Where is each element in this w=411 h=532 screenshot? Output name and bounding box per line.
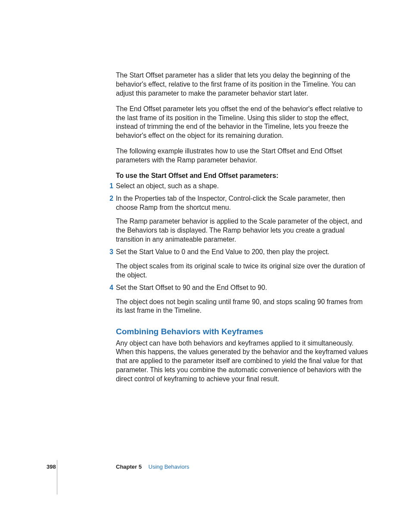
- step-item: 4 Set the Start Offset to 90 and the End…: [116, 283, 368, 316]
- chapter-reference: Chapter 5 Using Behaviors: [116, 464, 189, 470]
- step-paragraph: Set the Start Value to 0 and the End Val…: [116, 248, 368, 257]
- step-number: 4: [105, 283, 113, 292]
- paragraph: The following example illustrates how to…: [116, 147, 368, 165]
- step-number: 3: [105, 248, 113, 257]
- footer-divider: [57, 460, 57, 495]
- paragraph: The End Offset parameter lets you offset…: [116, 105, 368, 141]
- step-number: 2: [105, 194, 113, 203]
- step-paragraph: In the Properties tab of the Inspector, …: [116, 194, 368, 212]
- numbered-steps-list: 1 Select an object, such as a shape. 2 I…: [116, 182, 368, 316]
- step-item: 3 Set the Start Value to 0 and the End V…: [116, 248, 368, 280]
- step-item: 2 In the Properties tab of the Inspector…: [116, 194, 368, 244]
- chapter-label: Chapter 5: [116, 464, 142, 470]
- chapter-title: Using Behaviors: [149, 464, 190, 470]
- step-paragraph: Select an object, such as a shape.: [116, 182, 368, 191]
- body-text-column: The Start Offset parameter has a slider …: [116, 71, 368, 384]
- step-item: 1 Select an object, such as a shape.: [116, 182, 368, 191]
- step-paragraph: The object scales from its original scal…: [116, 262, 368, 280]
- step-body: In the Properties tab of the Inspector, …: [116, 194, 368, 244]
- section-heading: Combining Behaviors with Keyframes: [116, 326, 368, 337]
- step-body: Select an object, such as a shape.: [116, 182, 368, 191]
- document-page: The Start Offset parameter has a slider …: [0, 0, 411, 532]
- paragraph: The Start Offset parameter has a slider …: [116, 71, 368, 98]
- step-number: 1: [105, 182, 113, 191]
- paragraph: Any object can have both behaviors and k…: [116, 339, 368, 384]
- page-footer: 398 Chapter 5 Using Behaviors: [0, 464, 411, 507]
- step-paragraph: Set the Start Offset to 90 and the End O…: [116, 283, 368, 292]
- page-number: 398: [47, 464, 56, 470]
- step-body: Set the Start Value to 0 and the End Val…: [116, 248, 368, 280]
- step-paragraph: The object does not begin scaling until …: [116, 298, 368, 316]
- step-body: Set the Start Offset to 90 and the End O…: [116, 283, 368, 316]
- step-paragraph: The Ramp parameter behavior is applied t…: [116, 217, 368, 244]
- procedure-title: To use the Start Offset and End Offset p…: [116, 171, 368, 180]
